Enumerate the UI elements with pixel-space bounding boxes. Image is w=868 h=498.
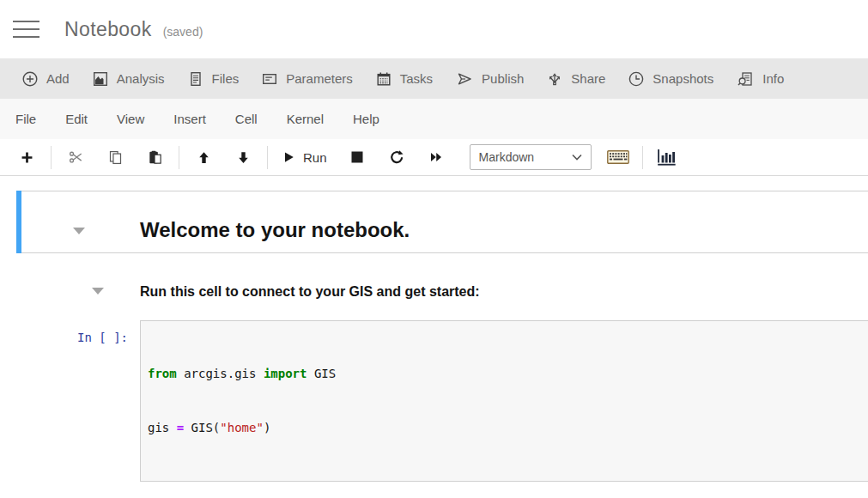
cell-type-value: Markdown bbox=[479, 150, 535, 164]
toolbar-item-label: Files bbox=[212, 71, 240, 86]
command-palette-button[interactable] bbox=[598, 143, 638, 171]
arrow-up-icon bbox=[197, 150, 211, 165]
analysis-icon bbox=[92, 70, 109, 88]
plus-icon bbox=[20, 150, 34, 165]
menu-edit[interactable]: Edit bbox=[51, 112, 102, 126]
collapse-arrow-icon[interactable] bbox=[92, 288, 104, 295]
move-cell-down-button[interactable] bbox=[223, 143, 263, 171]
code-token: "home" bbox=[220, 421, 264, 434]
notebook-menubar: File Edit View Insert Cell Kernel Help bbox=[0, 99, 868, 139]
share-button[interactable]: Share bbox=[535, 58, 616, 99]
snapshots-button[interactable]: Snapshots bbox=[616, 58, 725, 99]
toolbar-item-label: Add bbox=[46, 71, 70, 86]
restart-kernel-button[interactable] bbox=[377, 143, 416, 171]
input-prompt: In [ ]: bbox=[16, 320, 140, 482]
parameters-icon bbox=[261, 70, 278, 88]
snapshots-icon bbox=[628, 70, 645, 88]
stop-icon bbox=[351, 151, 363, 163]
menu-file[interactable]: File bbox=[15, 112, 51, 126]
share-icon bbox=[546, 70, 563, 88]
move-cell-up-button[interactable] bbox=[184, 143, 223, 171]
collapse-arrow-icon[interactable] bbox=[73, 228, 85, 234]
menu-insert[interactable]: Insert bbox=[159, 112, 221, 126]
bar-chart-icon bbox=[657, 149, 677, 166]
toolbar-separator bbox=[267, 146, 268, 169]
toolbar-item-label: Info bbox=[762, 71, 784, 86]
parameters-button[interactable]: Parameters bbox=[250, 58, 364, 99]
arrow-down-icon bbox=[236, 150, 251, 165]
code-line: from arcgis.gis import GIS bbox=[148, 365, 862, 383]
app-header: Notebook (saved) bbox=[0, 0, 868, 58]
tasks-button[interactable]: Tasks bbox=[364, 58, 444, 99]
markdown-cell-welcome[interactable]: Welcome to your notebook. bbox=[16, 191, 868, 253]
interrupt-kernel-button[interactable] bbox=[337, 143, 377, 171]
toolbar-item-label: Parameters bbox=[286, 71, 353, 86]
code-token: ) bbox=[264, 421, 270, 434]
restart-icon bbox=[389, 149, 404, 165]
fast-forward-icon bbox=[428, 150, 444, 164]
keyboard-icon bbox=[607, 150, 629, 164]
cell-type-dropdown[interactable]: Markdown bbox=[470, 144, 592, 170]
scissors-icon bbox=[68, 149, 84, 166]
paste-cell-button[interactable] bbox=[135, 143, 174, 171]
save-status: (saved) bbox=[163, 21, 203, 39]
code-token: gis bbox=[148, 421, 177, 434]
code-line: gis = GIS("home") bbox=[148, 419, 862, 437]
info-button[interactable]: Info bbox=[725, 58, 795, 99]
code-editor[interactable]: from arcgis.gis import GIS gis = GIS("ho… bbox=[140, 320, 868, 482]
run-icon bbox=[282, 150, 295, 164]
tasks-icon bbox=[375, 70, 392, 88]
publish-button[interactable]: Publish bbox=[444, 58, 535, 99]
cell-heading-1: Welcome to your notebook. bbox=[140, 217, 410, 242]
code-cell-gis-import[interactable]: In [ ]: from arcgis.gis import GIS gis =… bbox=[16, 320, 868, 482]
cell-toolbar: Run Markdown bbox=[0, 139, 868, 176]
app-toolbar: Add Analysis Files Parameters Tasks bbox=[0, 58, 868, 99]
notebook-content: Welcome to your notebook. Run this cell … bbox=[0, 176, 868, 498]
add-button[interactable]: Add bbox=[10, 58, 81, 99]
menu-kernel[interactable]: Kernel bbox=[272, 112, 338, 126]
chevron-down-icon bbox=[572, 154, 582, 161]
menu-cell[interactable]: Cell bbox=[221, 112, 272, 126]
menu-view[interactable]: View bbox=[102, 112, 159, 126]
hamburger-menu-icon[interactable] bbox=[13, 21, 39, 38]
publish-icon bbox=[455, 70, 474, 88]
cut-cell-button[interactable] bbox=[56, 143, 95, 171]
paste-icon bbox=[147, 149, 163, 166]
code-token: arcgis.gis bbox=[177, 367, 264, 380]
files-icon bbox=[187, 70, 204, 88]
toolbar-item-label: Share bbox=[571, 71, 605, 86]
copy-icon bbox=[107, 149, 124, 166]
analysis-button[interactable]: Analysis bbox=[81, 58, 176, 99]
restart-run-all-button[interactable] bbox=[416, 143, 456, 171]
markdown-cell-run-instructions[interactable]: Run this cell to connect to your GIS and… bbox=[16, 283, 868, 300]
toolbar-separator bbox=[51, 146, 52, 169]
analysis-view-button[interactable] bbox=[647, 143, 687, 171]
toolbar-item-label: Snapshots bbox=[653, 71, 713, 86]
code-token: from bbox=[148, 367, 177, 380]
toolbar-item-label: Publish bbox=[482, 71, 524, 86]
code-token: import bbox=[264, 367, 307, 380]
toolbar-separator bbox=[179, 146, 179, 169]
add-circle-icon bbox=[21, 70, 39, 88]
toolbar-item-label: Analysis bbox=[117, 71, 165, 86]
run-label: Run bbox=[303, 150, 327, 165]
run-cell-button[interactable]: Run bbox=[272, 143, 337, 171]
page-title: Notebook bbox=[64, 18, 152, 41]
code-token: GIS bbox=[307, 367, 336, 380]
info-icon bbox=[736, 70, 755, 88]
copy-cell-button[interactable] bbox=[95, 143, 135, 171]
cell-heading-2: Run this cell to connect to your GIS and… bbox=[140, 283, 480, 300]
menu-help[interactable]: Help bbox=[338, 112, 394, 126]
code-token: = bbox=[177, 421, 184, 434]
toolbar-separator bbox=[642, 146, 643, 169]
add-cell-button[interactable] bbox=[7, 143, 46, 171]
files-button[interactable]: Files bbox=[176, 58, 251, 99]
toolbar-item-label: Tasks bbox=[400, 71, 433, 86]
code-token: GIS( bbox=[184, 421, 220, 434]
